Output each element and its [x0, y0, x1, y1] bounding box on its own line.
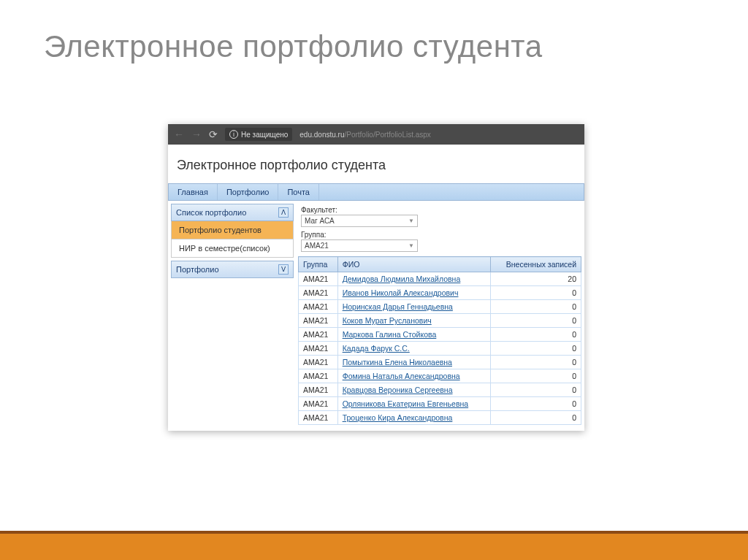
- chrome-toolbar: ← → ⟳ i Не защищено edu.donstu.ru/Portfo…: [168, 124, 584, 145]
- cell-fio: Коков Мурат Русланович: [337, 314, 491, 328]
- browser-content: Электронное портфолио студента Главная П…: [168, 145, 584, 431]
- chevron-down-icon: ▼: [408, 218, 414, 224]
- table-row: АМА21Норинская Дарья Геннадьевна0: [299, 300, 581, 314]
- security-label: Не защищено: [241, 131, 288, 139]
- content-area: Список портфолио ᐱ Портфолио студентов Н…: [168, 201, 584, 431]
- table-row: АМА21Иванов Николай Александрович0: [299, 286, 581, 300]
- page-title: Электронное портфолио студента: [168, 153, 584, 183]
- table-row: АМА21Троценко Кира Александровна0: [299, 411, 581, 425]
- cell-count: 0: [491, 411, 581, 425]
- expand-icon[interactable]: ᐯ: [278, 264, 289, 275]
- main-panel: Факультет: Маг АСА ▼ Группа: АМА21 ▼: [298, 204, 581, 425]
- table-row: АМА21Демидова Людмила Михайловна20: [299, 272, 581, 286]
- group-select[interactable]: АМА21 ▼: [301, 239, 418, 252]
- faculty-value: Маг АСА: [305, 217, 335, 225]
- student-link[interactable]: Маркова Галина Стойкова: [343, 330, 437, 339]
- cell-count: 0: [491, 369, 581, 383]
- table-row: АМА21Фомина Наталья Александровна0: [299, 369, 581, 383]
- menu-item-main[interactable]: Главная: [169, 184, 218, 200]
- sidebar-section-label: Портфолио: [176, 265, 219, 274]
- student-link[interactable]: Коков Мурат Русланович: [343, 316, 432, 325]
- url-host: edu.donstu.ru: [299, 131, 344, 139]
- url-path: /Portfolio/PortfolioList.aspx: [344, 131, 430, 139]
- security-badge[interactable]: i Не защищено: [225, 128, 292, 141]
- cell-group: АМА21: [299, 411, 338, 425]
- student-link[interactable]: Демидова Людмила Михайловна: [343, 275, 461, 283]
- cell-group: АМА21: [299, 314, 338, 328]
- menu-bar: Главная Портфолио Почта: [168, 183, 584, 201]
- forward-button[interactable]: →: [191, 129, 202, 140]
- student-link[interactable]: Иванов Николай Александрович: [343, 288, 459, 297]
- faculty-label: Факультет:: [301, 206, 337, 214]
- sidebar-item-nir[interactable]: НИР в семестре(список): [171, 239, 294, 258]
- cell-fio: Демидова Людмила Михайловна: [337, 272, 491, 286]
- cell-count: 0: [491, 356, 581, 369]
- table-row: АМА21Коков Мурат Русланович0: [299, 314, 581, 328]
- sidebar-section-portfolio-list[interactable]: Список портфолио ᐱ: [171, 204, 294, 221]
- student-link[interactable]: Кадада Фарук С.С.: [343, 344, 410, 353]
- student-link[interactable]: Троценко Кира Александровна: [343, 413, 453, 422]
- student-link[interactable]: Норинская Дарья Геннадьевна: [343, 302, 453, 311]
- student-link[interactable]: Фомина Наталья Александровна: [343, 372, 460, 380]
- sidebar-section-label: Список портфолио: [176, 208, 246, 217]
- student-link[interactable]: Орляникова Екатерина Евгеньевна: [343, 399, 468, 408]
- menu-item-mail[interactable]: Почта: [278, 184, 319, 200]
- sidebar-item-student-portfolios[interactable]: Портфолио студентов: [171, 221, 294, 239]
- slide-footer-band: [0, 534, 748, 560]
- students-table: Группа ФИО Внесенных записей АМА21Демидо…: [298, 256, 581, 425]
- cell-fio: Троценко Кира Александровна: [337, 411, 491, 425]
- cell-count: 0: [491, 397, 581, 411]
- student-link[interactable]: Кравцова Вероника Сергеевна: [343, 386, 453, 394]
- sidebar: Список портфолио ᐱ Портфолио студентов Н…: [171, 204, 294, 278]
- cell-count: 0: [491, 286, 581, 300]
- cell-group: АМА21: [299, 369, 338, 383]
- cell-count: 0: [491, 342, 581, 356]
- cell-count: 0: [491, 300, 581, 314]
- cell-fio: Фомина Наталья Александровна: [337, 369, 491, 383]
- cell-group: АМА21: [299, 383, 338, 397]
- group-label: Группа:: [301, 231, 326, 239]
- back-button[interactable]: ←: [174, 129, 184, 140]
- table-row: АМА21Кадада Фарук С.С.0: [299, 342, 581, 356]
- cell-count: 0: [491, 383, 581, 397]
- cell-fio: Маркова Галина Стойкова: [337, 328, 491, 342]
- cell-fio: Помыткина Елена Николаевна: [337, 356, 491, 369]
- cell-fio: Иванов Николай Александрович: [337, 286, 491, 300]
- table-row: АМА21Кравцова Вероника Сергеевна0: [299, 383, 581, 397]
- cell-group: АМА21: [299, 272, 338, 286]
- table-row: АМА21Маркова Галина Стойкова0: [299, 328, 581, 342]
- sidebar-section-portfolio[interactable]: Портфолио ᐯ: [171, 261, 294, 278]
- cell-group: АМА21: [299, 356, 338, 369]
- chevron-down-icon: ▼: [408, 242, 414, 249]
- cell-fio: Орляникова Екатерина Евгеньевна: [337, 397, 491, 411]
- table-row: АМА21Помыткина Елена Николаевна0: [299, 356, 581, 369]
- cell-fio: Кадада Фарук С.С.: [337, 342, 491, 356]
- cell-group: АМА21: [299, 328, 338, 342]
- table-row: АМА21Орляникова Екатерина Евгеньевна0: [299, 397, 581, 411]
- col-count[interactable]: Внесенных записей: [491, 257, 581, 272]
- info-icon: i: [229, 130, 238, 139]
- group-filter: Группа: АМА21 ▼: [298, 229, 581, 253]
- cell-fio: Норинская Дарья Геннадьевна: [337, 300, 491, 314]
- cell-count: 20: [491, 272, 581, 286]
- col-group[interactable]: Группа: [299, 257, 338, 272]
- menu-item-portfolio[interactable]: Портфолио: [218, 184, 279, 200]
- cell-fio: Кравцова Вероника Сергеевна: [337, 383, 491, 397]
- cell-group: АМА21: [299, 397, 338, 411]
- cell-count: 0: [491, 328, 581, 342]
- slide-title: Электронное портфолио студента: [0, 0, 748, 79]
- col-fio[interactable]: ФИО: [337, 257, 491, 272]
- cell-group: АМА21: [299, 342, 338, 356]
- cell-group: АМА21: [299, 300, 338, 314]
- url-bar[interactable]: edu.donstu.ru/Portfolio/PortfolioList.as…: [299, 131, 431, 139]
- cell-count: 0: [491, 314, 581, 328]
- cell-group: АМА21: [299, 286, 338, 300]
- group-value: АМА21: [305, 242, 329, 250]
- student-link[interactable]: Помыткина Елена Николаевна: [343, 358, 452, 367]
- collapse-icon[interactable]: ᐱ: [278, 207, 289, 218]
- faculty-filter: Факультет: Маг АСА ▼: [298, 204, 581, 229]
- reload-button[interactable]: ⟳: [209, 129, 218, 140]
- faculty-select[interactable]: Маг АСА ▼: [301, 215, 418, 227]
- browser-window: ← → ⟳ i Не защищено edu.donstu.ru/Portfo…: [168, 124, 584, 431]
